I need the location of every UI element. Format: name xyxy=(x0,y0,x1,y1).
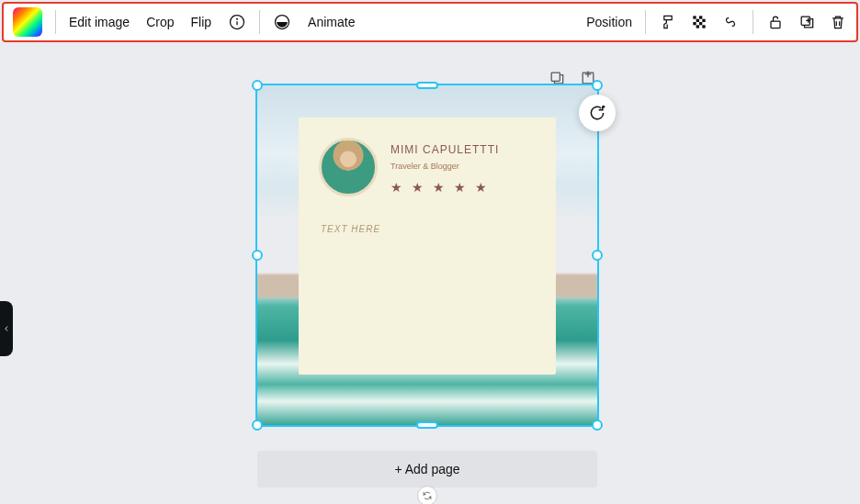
image-context-toolbar: Edit image Crop Flip Animate Position xyxy=(2,2,858,42)
animate-button[interactable]: Animate xyxy=(308,15,355,29)
svg-rect-5 xyxy=(699,16,702,18)
svg-rect-12 xyxy=(771,21,780,28)
selection-outline xyxy=(257,85,597,425)
link-icon[interactable] xyxy=(721,13,740,31)
flip-button[interactable]: Flip xyxy=(191,15,212,29)
delete-icon[interactable] xyxy=(829,13,847,31)
style-copy-icon[interactable] xyxy=(659,13,677,31)
divider xyxy=(55,10,56,34)
add-page-button[interactable]: + Add page xyxy=(257,451,597,487)
resize-handle-tl[interactable] xyxy=(252,80,263,91)
svg-rect-6 xyxy=(696,19,699,22)
color-picker-swatch[interactable] xyxy=(13,7,42,37)
resize-handle-mr[interactable] xyxy=(592,250,603,261)
svg-rect-16 xyxy=(551,73,560,81)
transparency-icon[interactable] xyxy=(690,13,708,31)
sync-button[interactable] xyxy=(417,486,437,504)
resize-handle-bm[interactable] xyxy=(416,421,438,429)
resize-handle-tm[interactable] xyxy=(416,82,438,89)
design-page: MIMI CAPULETTTI Traveler & Blogger ★ ★ ★… xyxy=(257,85,597,471)
expand-sidebar-button[interactable] xyxy=(0,301,13,356)
svg-point-2 xyxy=(237,18,238,19)
crop-button[interactable]: Crop xyxy=(146,15,174,29)
info-icon[interactable] xyxy=(228,13,246,31)
page-duplicate-icon[interactable] xyxy=(548,69,566,87)
svg-rect-9 xyxy=(699,22,702,25)
resize-handle-br[interactable] xyxy=(592,420,603,431)
regenerate-button[interactable] xyxy=(579,95,616,131)
duplicate-icon[interactable] xyxy=(798,13,816,31)
svg-rect-11 xyxy=(702,25,705,28)
animate-icon[interactable] xyxy=(273,13,291,31)
divider xyxy=(752,10,753,34)
svg-rect-7 xyxy=(702,19,705,22)
svg-rect-8 xyxy=(693,22,696,25)
divider xyxy=(645,10,646,34)
resize-handle-tr[interactable] xyxy=(592,80,603,91)
resize-handle-ml[interactable] xyxy=(252,250,263,261)
svg-rect-4 xyxy=(693,16,696,18)
divider xyxy=(259,10,260,34)
svg-rect-10 xyxy=(696,25,699,28)
position-button[interactable]: Position xyxy=(586,15,632,29)
resize-handle-bl[interactable] xyxy=(252,420,263,431)
lock-icon[interactable] xyxy=(766,13,785,31)
edit-image-button[interactable]: Edit image xyxy=(69,15,130,29)
canvas-area: MIMI CAPULETTTI Traveler & Blogger ★ ★ ★… xyxy=(0,44,860,504)
